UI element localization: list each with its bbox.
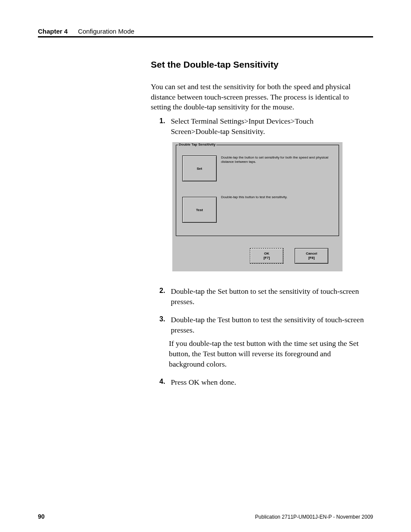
set-button[interactable]: Set	[182, 156, 217, 181]
header-section: Configuration Mode	[78, 28, 134, 35]
step-3: 3. Double-tap the Test button to test th…	[159, 314, 369, 369]
groupbox-legend: Double Tap Sensitivity	[178, 143, 216, 146]
cancel-shortcut: [F8]	[308, 256, 315, 260]
step-number: 4.	[159, 377, 169, 386]
step-number: 2.	[159, 286, 169, 296]
step-2: 2. Double-tap the Set button to set the …	[159, 286, 369, 307]
test-button[interactable]: Test	[182, 197, 217, 223]
header-chapter: Chapter 4	[38, 28, 68, 35]
ok-label: OK	[264, 252, 269, 255]
header-rule	[38, 36, 373, 37]
page-header: Chapter 4 Configuration Mode	[38, 28, 373, 35]
page: Chapter 4 Configuration Mode Set the Dou…	[0, 0, 411, 532]
step-text: Double-tap the Test button to test the s…	[171, 314, 364, 335]
dialog-groupbox: Double Tap Sensitivity Set Double-tap th…	[176, 145, 339, 236]
step-1: 1. Select Terminal Settings>Input Device…	[159, 116, 369, 137]
cancel-label: Cancel	[306, 252, 317, 255]
set-button-label: Set	[197, 167, 202, 171]
set-description: Double-tap the button to set sensitivity…	[221, 156, 334, 164]
step-text: Double-tap the Set button to set the sen…	[171, 286, 364, 307]
steps-continued: 2. Double-tap the Set button to set the …	[159, 286, 369, 395]
step-text: Press OK when done.	[171, 377, 364, 387]
step-text: Select Terminal Settings>Input Devices>T…	[171, 116, 364, 137]
step-number: 3.	[159, 314, 169, 324]
ok-button[interactable]: OK [F7]	[250, 248, 283, 264]
step-extra: If you double-tap the test button with t…	[169, 338, 367, 369]
page-number: 90	[38, 513, 45, 520]
step-4: 4. Press OK when done.	[159, 377, 369, 387]
section-title: Set the Double-tap Sensitivity	[151, 59, 278, 70]
ok-shortcut: [F7]	[264, 256, 270, 260]
cancel-button[interactable]: Cancel [F8]	[295, 248, 328, 264]
intro-paragraph: You can set and test the sensitivity for…	[151, 82, 369, 112]
test-description: Double-tap this button to test the sensi…	[221, 195, 334, 199]
test-button-label: Test	[196, 208, 203, 212]
step-number: 1.	[159, 116, 169, 126]
publication-id: Publication 2711P-UM001J-EN-P - November…	[255, 514, 373, 520]
dialog-screenshot: Double Tap Sensitivity Set Double-tap th…	[172, 142, 342, 271]
